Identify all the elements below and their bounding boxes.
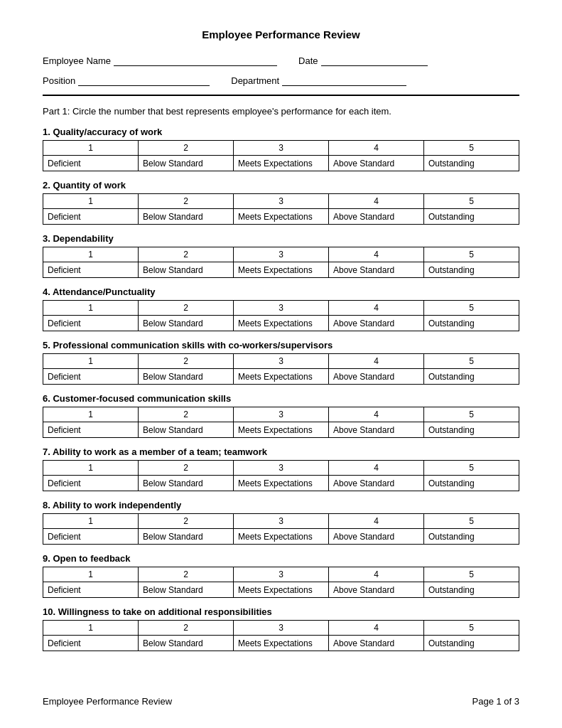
rating-label-5-3: Meets Expectations <box>234 369 329 385</box>
rating-label-6-5: Outstanding <box>424 422 519 438</box>
rating-num-2-2: 2 <box>139 194 234 209</box>
section-2: 2. Quantity of work12345DeficientBelow S… <box>43 180 519 225</box>
rating-num-6-1: 1 <box>43 407 139 422</box>
rating-num-8-1: 1 <box>43 514 139 529</box>
rating-num-5-4: 4 <box>329 354 424 369</box>
rating-label-9-1: Deficient <box>43 582 139 598</box>
section-10: 10. Willingness to take on additional re… <box>43 606 519 651</box>
rating-num-8-3: 3 <box>234 514 329 529</box>
rating-label-3-2: Below Standard <box>139 262 234 278</box>
rating-label-8-5: Outstanding <box>424 529 519 545</box>
rating-num-3-5: 5 <box>424 247 519 262</box>
rating-num-6-2: 2 <box>139 407 234 422</box>
rating-num-7-3: 3 <box>234 461 329 476</box>
section-7: 7. Ability to work as a member of a team… <box>43 446 519 491</box>
rating-num-2-3: 3 <box>234 194 329 209</box>
rating-label-3-5: Outstanding <box>424 262 519 278</box>
rating-label-1-4: Above Standard <box>329 156 424 171</box>
rating-label-4-3: Meets Expectations <box>234 316 329 331</box>
rating-table-7: 12345DeficientBelow StandardMeets Expect… <box>43 460 519 491</box>
rating-num-9-5: 5 <box>424 567 519 582</box>
rating-label-7-4: Above Standard <box>329 476 424 491</box>
rating-label-10-4: Above Standard <box>329 636 424 651</box>
rating-num-6-5: 5 <box>424 407 519 422</box>
rating-num-8-5: 5 <box>424 514 519 529</box>
rating-num-4-3: 3 <box>234 301 329 316</box>
section-6: 6. Customer-focused communication skills… <box>43 393 519 438</box>
rating-table-6: 12345DeficientBelow StandardMeets Expect… <box>43 407 519 438</box>
employee-name-label: Employee Name <box>43 55 111 66</box>
rating-num-9-3: 3 <box>234 567 329 582</box>
rating-num-1-3: 3 <box>234 141 329 156</box>
rating-num-1-5: 5 <box>424 141 519 156</box>
rating-label-4-4: Above Standard <box>329 316 424 331</box>
rating-label-4-2: Below Standard <box>139 316 234 331</box>
section-1: 1. Quality/accuracy of work12345Deficien… <box>43 127 519 171</box>
rating-num-8-2: 2 <box>139 514 234 529</box>
rating-label-1-5: Outstanding <box>424 156 519 171</box>
rating-label-5-4: Above Standard <box>329 369 424 385</box>
rating-label-10-5: Outstanding <box>424 636 519 651</box>
rating-label-7-1: Deficient <box>43 476 139 491</box>
section-5: 5. Professional communication skills wit… <box>43 340 519 385</box>
rating-num-3-1: 1 <box>43 247 139 262</box>
rating-num-10-4: 4 <box>329 621 424 636</box>
rating-label-8-2: Below Standard <box>139 529 234 545</box>
section-8: 8. Ability to work independently12345Def… <box>43 500 519 545</box>
rating-label-2-1: Deficient <box>43 209 139 225</box>
sections-container: 1. Quality/accuracy of work12345Deficien… <box>43 127 519 651</box>
page-title: Employee Performance Review <box>43 28 519 41</box>
rating-table-3: 12345DeficientBelow StandardMeets Expect… <box>43 247 519 278</box>
department-label: Department <box>231 75 279 86</box>
rating-num-3-3: 3 <box>234 247 329 262</box>
date-label: Date <box>298 55 318 66</box>
section-title-9: 9. Open to feedback <box>43 553 519 564</box>
rating-num-4-5: 5 <box>424 301 519 316</box>
section-4: 4. Attendance/Punctuality12345DeficientB… <box>43 287 519 331</box>
rating-num-4-4: 4 <box>329 301 424 316</box>
rating-num-10-3: 3 <box>234 621 329 636</box>
rating-table-10: 12345DeficientBelow StandardMeets Expect… <box>43 620 519 651</box>
section-title-8: 8. Ability to work independently <box>43 500 519 510</box>
section-title-3: 3. Dependability <box>43 233 519 244</box>
rating-label-10-1: Deficient <box>43 636 139 651</box>
section-title-7: 7. Ability to work as a member of a team… <box>43 446 519 457</box>
rating-label-6-1: Deficient <box>43 422 139 438</box>
rating-label-9-2: Below Standard <box>139 582 234 598</box>
rating-num-3-4: 4 <box>329 247 424 262</box>
section-title-5: 5. Professional communication skills wit… <box>43 340 519 350</box>
section-title-4: 4. Attendance/Punctuality <box>43 287 519 297</box>
rating-num-6-3: 3 <box>234 407 329 422</box>
rating-label-1-3: Meets Expectations <box>234 156 329 171</box>
rating-num-4-1: 1 <box>43 301 139 316</box>
rating-num-10-2: 2 <box>139 621 234 636</box>
rating-num-1-2: 2 <box>139 141 234 156</box>
rating-label-9-3: Meets Expectations <box>234 582 329 598</box>
rating-num-10-1: 1 <box>43 621 139 636</box>
rating-num-3-2: 2 <box>139 247 234 262</box>
rating-label-4-1: Deficient <box>43 316 139 331</box>
rating-label-10-2: Below Standard <box>139 636 234 651</box>
rating-num-10-5: 5 <box>424 621 519 636</box>
rating-label-7-3: Meets Expectations <box>234 476 329 491</box>
rating-label-1-2: Below Standard <box>139 156 234 171</box>
rating-label-8-4: Above Standard <box>329 529 424 545</box>
rating-label-3-3: Meets Expectations <box>234 262 329 278</box>
rating-num-2-5: 5 <box>424 194 519 209</box>
rating-num-8-4: 4 <box>329 514 424 529</box>
rating-num-1-1: 1 <box>43 141 139 156</box>
rating-table-1: 12345DeficientBelow StandardMeets Expect… <box>43 140 519 171</box>
position-row: Position Department <box>43 75 519 86</box>
rating-num-1-4: 4 <box>329 141 424 156</box>
section-title-10: 10. Willingness to take on additional re… <box>43 606 519 617</box>
employee-name-row: Employee Name Date <box>43 55 519 66</box>
rating-num-9-2: 2 <box>139 567 234 582</box>
rating-num-6-4: 4 <box>329 407 424 422</box>
rating-num-7-1: 1 <box>43 461 139 476</box>
rating-table-2: 12345DeficientBelow StandardMeets Expect… <box>43 193 519 225</box>
rating-num-7-5: 5 <box>424 461 519 476</box>
rating-num-9-1: 1 <box>43 567 139 582</box>
rating-label-7-5: Outstanding <box>424 476 519 491</box>
rating-label-6-2: Below Standard <box>139 422 234 438</box>
rating-table-4: 12345DeficientBelow StandardMeets Expect… <box>43 300 519 331</box>
